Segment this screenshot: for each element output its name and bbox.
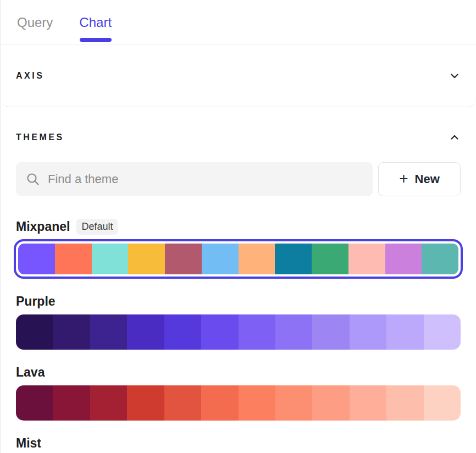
new-theme-button[interactable]: + New: [378, 162, 461, 196]
color-swatch: [350, 385, 386, 421]
theme-search-box: [16, 162, 373, 196]
color-swatch: [312, 314, 349, 350]
color-swatch: [350, 314, 386, 350]
color-swatch: [275, 244, 312, 274]
color-swatch: [202, 244, 239, 274]
chart-settings-panel: Query Chart AXIS THEMES: [0, 0, 476, 453]
theme-swatch-row[interactable]: [18, 244, 458, 274]
search-icon: [26, 172, 40, 186]
chevron-up-icon[interactable]: [449, 131, 461, 143]
theme-name-row: Purple: [16, 293, 461, 310]
color-swatch: [92, 244, 129, 274]
theme-name: Mixpanel: [16, 218, 70, 235]
color-swatch: [164, 314, 201, 350]
color-swatch: [201, 385, 238, 421]
theme-name: Lava: [16, 364, 45, 380]
tab-query-label: Query: [17, 15, 53, 30]
color-swatch: [201, 314, 238, 350]
theme-name: Purple: [16, 293, 56, 310]
section-themes-header[interactable]: THEMES: [16, 129, 461, 146]
theme-name: Mist: [16, 435, 41, 451]
themes-title: THEMES: [16, 132, 64, 142]
color-swatch: [386, 385, 423, 421]
tab-query[interactable]: Query: [17, 0, 53, 45]
color-swatch: [424, 314, 461, 350]
color-swatch: [424, 385, 461, 421]
color-swatch: [53, 385, 90, 421]
theme-search-input[interactable]: [16, 162, 373, 196]
color-swatch: [16, 385, 53, 421]
themes-toolbar: + New: [16, 162, 461, 196]
color-swatch: [312, 385, 349, 421]
color-swatch: [164, 385, 201, 421]
color-swatch: [165, 244, 202, 274]
color-swatch: [348, 244, 385, 274]
color-swatch: [239, 385, 275, 421]
color-swatch: [127, 314, 164, 350]
color-swatch: [127, 385, 164, 421]
plus-icon: +: [399, 171, 408, 186]
color-swatch: [386, 314, 423, 350]
theme-list: MixpanelDefaultPurpleLavaMist: [16, 218, 461, 451]
theme-name-row: MixpanelDefault: [16, 218, 461, 235]
theme-swatch-row[interactable]: [16, 314, 461, 350]
theme-name-row: Lava: [16, 364, 461, 380]
theme-swatch-row[interactable]: [16, 385, 461, 421]
selected-theme-ring[interactable]: [14, 239, 463, 279]
tab-chart[interactable]: Chart: [79, 0, 112, 45]
chevron-down-icon[interactable]: [449, 70, 461, 82]
color-swatch: [90, 385, 127, 421]
color-swatch: [239, 244, 275, 274]
new-theme-button-label: New: [415, 172, 440, 186]
section-axis-header[interactable]: AXIS: [1, 45, 476, 107]
color-swatch: [55, 244, 92, 274]
color-swatch: [16, 314, 53, 350]
tab-chart-label: Chart: [79, 15, 112, 30]
color-swatch: [90, 314, 127, 350]
color-swatch: [312, 244, 348, 274]
color-swatch: [422, 244, 458, 274]
color-swatch: [18, 244, 55, 274]
active-tab-underline: [80, 38, 112, 42]
axis-title: AXIS: [16, 71, 44, 81]
tab-bar: Query Chart: [1, 0, 476, 45]
color-swatch: [275, 314, 312, 350]
default-badge: Default: [76, 219, 118, 235]
color-swatch: [239, 314, 275, 350]
color-swatch: [385, 244, 422, 274]
section-themes: THEMES + New MixpanelDefaultPurpleLavaMi…: [1, 129, 476, 451]
color-swatch: [128, 244, 165, 274]
color-swatch: [275, 385, 312, 421]
theme-name-row: Mist: [16, 435, 461, 451]
color-swatch: [53, 314, 90, 350]
